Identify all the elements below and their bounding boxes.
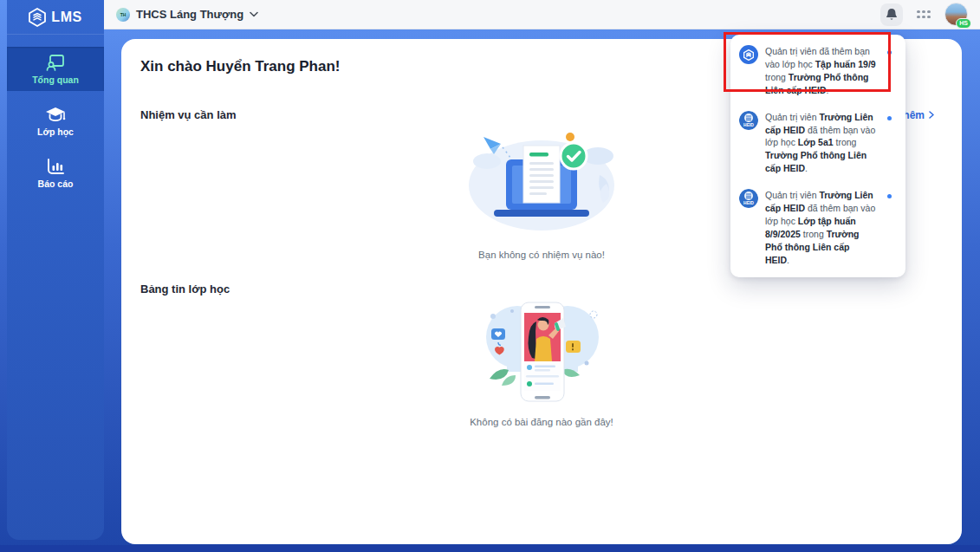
no-tasks-illustration xyxy=(461,123,622,237)
sidebar-item-label: Lớp học xyxy=(37,127,74,137)
chevron-down-icon xyxy=(250,11,258,17)
notification-item[interactable]: HEID Quản trị viên Trường Liên cấp HEID … xyxy=(730,182,905,273)
svg-text:HEID: HEID xyxy=(743,122,754,127)
window-bottom-edge xyxy=(0,545,980,552)
school-logo-icon: TH xyxy=(116,8,130,22)
school-selector-label: THCS Láng Thượng xyxy=(136,8,243,21)
bell-icon xyxy=(886,8,898,21)
sidebar-item-label: Báo cáo xyxy=(38,179,74,189)
feed-empty-state: Không có bài đăng nào gần đây! xyxy=(140,299,943,427)
school-selector[interactable]: TH THCS Láng Thượng xyxy=(116,8,258,22)
no-posts-illustration xyxy=(472,299,611,405)
notification-item[interactable]: HEID Quản trị viên đã thêm bạn vào lớp h… xyxy=(730,38,905,104)
sidebar-item-overview[interactable]: Tổng quan xyxy=(7,47,104,91)
tasks-empty-caption: Bạn không có nhiệm vụ nào! xyxy=(478,250,605,260)
lms-logo-icon xyxy=(743,49,754,61)
notification-text: Quản trị viên Trường Liên cấp HEID đã th… xyxy=(765,111,876,176)
app-grid-button[interactable] xyxy=(917,10,931,19)
unread-dot-icon xyxy=(887,116,892,120)
notification-sender-icon: HEID xyxy=(739,111,758,130)
sidebar-item-reports[interactable]: Báo cáo xyxy=(7,152,104,195)
unread-dot-icon xyxy=(887,50,892,55)
app-logo: LMS xyxy=(7,0,104,35)
chevron-right-icon xyxy=(929,111,934,119)
user-menu[interactable]: HS xyxy=(944,3,968,26)
feed-empty-caption: Không có bài đăng nào gần đây! xyxy=(470,417,613,427)
tasks-section-title: Nhiệm vụ cần làm xyxy=(140,108,237,121)
notification-sender-icon: HEID xyxy=(739,189,758,208)
notifications-button[interactable] xyxy=(880,3,903,26)
topbar: TH THCS Láng Thượng HS xyxy=(104,0,980,29)
sidebar-item-label: Tổng quan xyxy=(32,75,79,85)
reports-icon xyxy=(47,159,65,175)
notification-sender-icon: HEID xyxy=(739,45,758,64)
notification-text: Quản trị viên Trường Liên cấp HEID đã th… xyxy=(765,189,876,266)
classes-icon xyxy=(45,107,66,123)
notification-dropdown: HEID Quản trị viên đã thêm bạn vào lớp h… xyxy=(730,35,905,277)
app-logo-text: LMS xyxy=(51,10,81,25)
topbar-actions: HS xyxy=(880,3,968,26)
heid-school-logo-icon: HEID xyxy=(739,111,758,130)
notification-list: HEID Quản trị viên đã thêm bạn vào lớp h… xyxy=(730,38,905,274)
heid-school-logo-icon: HEID xyxy=(739,189,758,208)
svg-text:HEID: HEID xyxy=(743,200,754,205)
feed-section-header: Bảng tin lớp học xyxy=(140,282,943,295)
notification-item[interactable]: HEID Quản trị viên Trường Liên cấp HEID … xyxy=(730,104,905,183)
sidebar-nav: Tổng quan Lớp học Báo cáo xyxy=(7,47,104,195)
lms-logo-icon xyxy=(29,8,46,27)
role-badge: HS xyxy=(956,18,971,29)
sidebar-item-classes[interactable]: Lớp học xyxy=(7,100,104,143)
notification-text: Quản trị viên đã thêm bạn vào lớp học Tậ… xyxy=(765,45,876,97)
sidebar: LMS Tổng quan Lớp học xyxy=(7,0,104,540)
feed-section-title: Bảng tin lớp học xyxy=(140,282,230,295)
overview-icon xyxy=(46,54,65,71)
unread-dot-icon xyxy=(887,194,892,198)
